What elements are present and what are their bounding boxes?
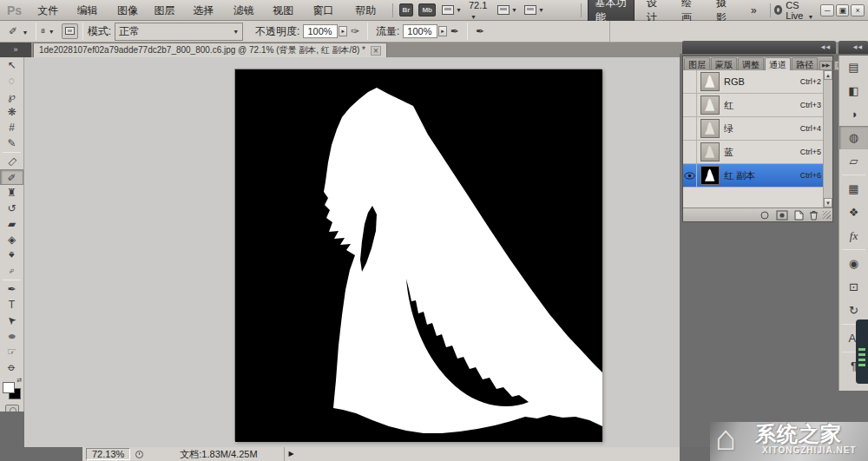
airbrush-button[interactable]: ✒ xyxy=(447,23,463,39)
info-panel-icon[interactable]: ⊡ xyxy=(839,275,868,299)
new-channel-button[interactable] xyxy=(793,210,804,221)
visibility-toggle[interactable] xyxy=(683,164,697,188)
tools-panel-collapse-button[interactable]: » xyxy=(0,43,31,57)
quick-selection-tool[interactable]: ❋ xyxy=(0,104,23,120)
elliptical-marquee-tool[interactable]: ◌ xyxy=(0,73,23,89)
arrange-documents-button[interactable]: ▼ xyxy=(442,5,462,15)
visibility-toggle[interactable] xyxy=(683,141,697,164)
opacity-spinner[interactable]: ▸ xyxy=(339,26,347,36)
lasso-tool[interactable]: ℘ xyxy=(0,89,23,104)
scrollbar[interactable]: ▲ ▼ xyxy=(823,70,832,207)
tab-adjustments[interactable]: 调整 xyxy=(738,57,764,70)
channel-row-green[interactable]: 绿 Ctrl+4 xyxy=(683,117,832,141)
hand-tool[interactable]: ☞ xyxy=(0,344,23,359)
spot-healing-brush-tool[interactable]: ▭ xyxy=(0,154,23,169)
blend-mode-select[interactable]: 正常 ▼ xyxy=(115,23,243,41)
layers-panel-icon[interactable]: ▤ xyxy=(839,56,868,79)
delete-channel-button[interactable] xyxy=(809,210,819,221)
screen-mode-button[interactable]: ▼ xyxy=(524,5,544,15)
load-selection-button[interactable] xyxy=(760,210,771,221)
foreground-color-swatch[interactable] xyxy=(3,382,15,393)
menu-image[interactable]: 图像(I) xyxy=(110,0,148,21)
menu-filter[interactable]: 滤镜(T) xyxy=(227,0,266,21)
eyedropper-tool[interactable]: ✎ xyxy=(0,135,23,151)
brush-size-preview[interactable]: 8 xyxy=(41,28,44,35)
ellipse-tool[interactable]: ● xyxy=(0,328,23,344)
panel-collapse-icon[interactable]: ▶▶ xyxy=(819,61,832,70)
flow-spinner[interactable]: ▸ xyxy=(438,26,447,36)
tab-channels[interactable]: 通道 xyxy=(765,57,791,70)
resize-grip[interactable] xyxy=(823,211,831,219)
minimize-button[interactable]: ─ xyxy=(820,4,834,16)
collapse-panels-button[interactable]: ◀◀ xyxy=(682,41,836,54)
brush-preset-picker[interactable]: ✐ ▼ xyxy=(5,23,31,39)
menu-view[interactable]: 视图(V) xyxy=(266,0,306,21)
styles-panel-icon[interactable]: ❖ xyxy=(839,201,868,224)
chevron-down-icon: ▼ xyxy=(456,7,462,13)
channel-row-red-copy[interactable]: 红 副本 Ctrl+6 xyxy=(683,164,832,188)
tab-layers[interactable]: 图层 xyxy=(684,57,710,70)
bridge-button[interactable]: Br xyxy=(399,3,414,16)
channel-row-rgb[interactable]: RGB Ctrl+2 xyxy=(683,70,832,94)
clone-stamp-tool[interactable]: ♜ xyxy=(0,185,23,201)
zoom-level-control[interactable]: 72.1 ▼ xyxy=(469,0,490,21)
swap-colors-icon[interactable]: ⇄ xyxy=(16,377,22,384)
history-brush-tool[interactable]: ↺ xyxy=(0,201,23,216)
status-expand-button[interactable]: ▶ xyxy=(284,447,299,461)
dodge-tool[interactable]: ♀ xyxy=(0,263,23,279)
restore-button[interactable]: ▣ xyxy=(836,4,850,16)
type-tool[interactable]: T xyxy=(0,297,23,313)
collapse-icon-dock-button[interactable]: ◀◀ xyxy=(838,41,868,54)
tablet-pressure-opacity-button[interactable]: ✑ xyxy=(347,23,363,39)
close-document-icon[interactable]: × xyxy=(371,46,381,56)
layer-styles-panel-icon[interactable]: fx xyxy=(839,224,868,247)
brush-tool[interactable]: ✐ xyxy=(0,169,23,185)
toggle-brush-panel-button[interactable] xyxy=(62,23,78,39)
adjustments-panel-icon[interactable]: ◑ xyxy=(839,102,868,126)
swatches-panel-icon[interactable]: ▦ xyxy=(839,177,868,201)
paint-bucket-tool[interactable]: ◈ xyxy=(0,232,23,247)
clone-source-panel-icon[interactable]: ◉ xyxy=(839,252,868,275)
channels-panel-icon[interactable]: ◍ xyxy=(839,126,868,149)
cs-live-button[interactable]: CS Live ▼ xyxy=(786,0,819,21)
tab-masks[interactable]: 蒙版 xyxy=(711,57,737,70)
menu-help[interactable]: 帮助(H) xyxy=(348,0,389,21)
opacity-input[interactable]: 100% xyxy=(303,24,338,38)
crop-tool[interactable]: # xyxy=(0,120,23,135)
channel-row-blue[interactable]: 蓝 Ctrl+5 xyxy=(683,141,832,164)
menu-file[interactable]: 文件(F) xyxy=(30,0,70,21)
document-tab[interactable]: 1de2028107ef02a79adde77dc2b7_800_800.c6.… xyxy=(33,43,387,57)
view-extras-button[interactable]: ▼ xyxy=(497,5,517,15)
visibility-toggle[interactable] xyxy=(683,70,697,94)
menu-layer[interactable]: 图层(L) xyxy=(147,0,186,21)
chevron-down-icon: ▼ xyxy=(538,7,544,13)
scroll-up-icon[interactable]: ▲ xyxy=(824,70,832,80)
eraser-tool[interactable]: ▰ xyxy=(0,216,23,232)
histogram-panel-icon[interactable]: ↻ xyxy=(839,299,868,322)
path-selection-tool[interactable]: ➤ xyxy=(0,313,23,328)
chevron-down-icon: ▼ xyxy=(233,29,239,35)
blur-tool[interactable]: ♠ xyxy=(0,247,23,263)
mini-bridge-button[interactable]: Mb xyxy=(418,3,436,16)
workspace-more-button[interactable]: » xyxy=(744,3,764,18)
paths-panel-icon[interactable]: ▱ xyxy=(839,149,868,173)
channel-row-red[interactable]: 红 Ctrl+3 xyxy=(683,94,832,117)
canvas[interactable] xyxy=(234,69,602,441)
tablet-pressure-size-button[interactable]: ✒ xyxy=(472,23,488,39)
menu-window[interactable]: 窗口(W) xyxy=(306,0,348,21)
status-zoom-input[interactable]: 72.13% xyxy=(86,448,130,460)
visibility-toggle[interactable] xyxy=(683,94,697,117)
pen-tool[interactable]: ✒ xyxy=(0,281,23,297)
menu-edit[interactable]: 编辑(E) xyxy=(70,0,110,21)
flow-input[interactable]: 100% xyxy=(403,24,437,38)
visibility-toggle[interactable] xyxy=(683,117,697,141)
channel-list: RGB Ctrl+2 红 Ctrl+3 绿 Ctrl+4 xyxy=(683,70,832,207)
masks-panel-icon[interactable]: ◧ xyxy=(839,79,868,102)
scroll-down-icon[interactable]: ▼ xyxy=(824,198,832,207)
zoom-tool[interactable]: ⌀ xyxy=(0,359,23,375)
menu-select[interactable]: 选择(S) xyxy=(187,0,227,21)
save-selection-as-channel-button[interactable] xyxy=(776,210,788,221)
move-tool[interactable]: ↖ xyxy=(0,57,23,73)
tab-paths[interactable]: 路径 xyxy=(792,57,818,70)
close-button[interactable]: × xyxy=(851,4,865,16)
